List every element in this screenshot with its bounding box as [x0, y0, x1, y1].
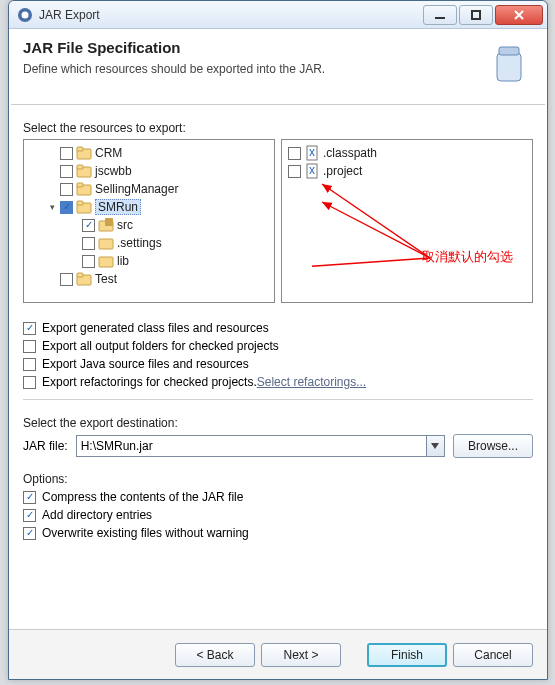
option-label: Export generated class files and resourc… — [42, 321, 269, 335]
project-tree[interactable]: CRMjscwbbSellingManager▾SMRunsrc.setting… — [23, 139, 275, 303]
tree-node[interactable]: src — [28, 216, 270, 234]
wizard-footer: < Back Next > Finish Cancel — [9, 629, 547, 679]
tree-node[interactable]: Test — [28, 270, 270, 288]
maximize-button[interactable] — [459, 5, 493, 25]
folder-icon — [98, 235, 114, 251]
minimize-button[interactable] — [423, 5, 457, 25]
jar-option[interactable]: Overwrite existing files without warning — [23, 526, 533, 540]
jar-option[interactable]: Add directory entries — [23, 508, 533, 522]
tree-label: src — [117, 218, 133, 232]
project-icon — [76, 163, 92, 179]
project-icon — [76, 199, 92, 215]
file-row[interactable]: x.classpath — [286, 144, 528, 162]
jar-icon — [485, 39, 533, 90]
tree-node[interactable]: SellingManager — [28, 180, 270, 198]
file-label: .classpath — [323, 146, 377, 160]
option-checkbox[interactable] — [23, 322, 36, 335]
svg-rect-4 — [497, 53, 521, 81]
svg-rect-3 — [472, 11, 480, 19]
file-icon: x — [304, 163, 320, 179]
svg-rect-2 — [435, 17, 445, 19]
tree-checkbox[interactable] — [60, 183, 73, 196]
jar-file-label: JAR file: — [23, 439, 68, 453]
option-label: Export refactorings for checked projects… — [42, 375, 257, 389]
tree-label: .settings — [117, 236, 162, 250]
tree-label: SellingManager — [95, 182, 178, 196]
svg-text:x: x — [309, 145, 315, 159]
page-subtitle: Define which resources should be exporte… — [23, 62, 485, 76]
export-option[interactable]: Export all output folders for checked pr… — [23, 339, 533, 353]
svg-text:x: x — [309, 163, 315, 177]
titlebar[interactable]: JAR Export — [9, 1, 547, 29]
tree-node[interactable]: jscwbb — [28, 162, 270, 180]
svg-rect-9 — [77, 165, 83, 169]
export-option[interactable]: Export generated class files and resourc… — [23, 321, 533, 335]
browse-button[interactable]: Browse... — [453, 434, 533, 458]
tree-label: jscwbb — [95, 164, 132, 178]
close-button[interactable] — [495, 5, 543, 25]
option-checkbox[interactable] — [23, 376, 36, 389]
svg-point-1 — [22, 11, 29, 18]
project-icon — [76, 181, 92, 197]
project-icon — [76, 145, 92, 161]
tree-checkbox[interactable] — [60, 273, 73, 286]
tree-label: SMRun — [95, 199, 141, 215]
app-icon — [17, 7, 33, 23]
window-title: JAR Export — [39, 8, 421, 22]
svg-rect-11 — [77, 183, 83, 187]
svg-rect-13 — [77, 201, 83, 205]
project-icon — [76, 271, 92, 287]
tree-checkbox[interactable] — [82, 255, 95, 268]
option-checkbox[interactable] — [23, 358, 36, 371]
finish-button[interactable]: Finish — [367, 643, 447, 667]
svg-rect-7 — [77, 147, 83, 151]
tree-checkbox[interactable] — [60, 201, 73, 214]
destination-label: Select the export destination: — [23, 416, 533, 430]
jar-file-input[interactable] — [77, 436, 426, 456]
option-checkbox[interactable] — [23, 509, 36, 522]
tree-node[interactable]: .settings — [28, 234, 270, 252]
tree-checkbox[interactable] — [60, 147, 73, 160]
dialog-window: JAR Export JAR File Specification Define… — [8, 0, 548, 680]
next-button[interactable]: Next > — [261, 643, 341, 667]
resources-label: Select the resources to export: — [23, 121, 533, 135]
file-icon: x — [304, 145, 320, 161]
back-button[interactable]: < Back — [175, 643, 255, 667]
file-row[interactable]: x.project — [286, 162, 528, 180]
tree-label: Test — [95, 272, 117, 286]
svg-rect-17 — [99, 257, 113, 267]
tree-checkbox[interactable] — [60, 165, 73, 178]
export-option[interactable]: Export Java source files and resources — [23, 357, 533, 371]
option-label: Add directory entries — [42, 508, 152, 522]
file-checkbox[interactable] — [288, 165, 301, 178]
refactorings-link[interactable]: Select refactorings... — [257, 375, 366, 389]
option-checkbox[interactable] — [23, 340, 36, 353]
svg-rect-19 — [77, 273, 83, 277]
option-label: Overwrite existing files without warning — [42, 526, 249, 540]
svg-rect-16 — [99, 239, 113, 249]
cancel-button[interactable]: Cancel — [453, 643, 533, 667]
option-label: Export Java source files and resources — [42, 357, 249, 371]
tree-checkbox[interactable] — [82, 237, 95, 250]
option-label: Export all output folders for checked pr… — [42, 339, 279, 353]
combo-dropdown-button[interactable] — [426, 436, 444, 456]
file-checkbox[interactable] — [288, 147, 301, 160]
jar-file-combo[interactable] — [76, 435, 445, 457]
folder-icon — [98, 253, 114, 269]
tree-node[interactable]: CRM — [28, 144, 270, 162]
jar-option[interactable]: Compress the contents of the JAR file — [23, 490, 533, 504]
option-checkbox[interactable] — [23, 527, 36, 540]
options-label: Options: — [23, 472, 533, 486]
tree-node[interactable]: ▾SMRun — [28, 198, 270, 216]
tree-checkbox[interactable] — [82, 219, 95, 232]
wizard-header: JAR File Specification Define which reso… — [9, 29, 547, 104]
file-list[interactable]: x.classpathx.project — [281, 139, 533, 303]
option-checkbox[interactable] — [23, 491, 36, 504]
tree-label: CRM — [95, 146, 122, 160]
export-option[interactable]: Export refactorings for checked projects… — [23, 375, 533, 389]
tree-node[interactable]: lib — [28, 252, 270, 270]
tree-label: lib — [117, 254, 129, 268]
file-label: .project — [323, 164, 362, 178]
page-title: JAR File Specification — [23, 39, 485, 56]
src-icon — [98, 217, 114, 233]
